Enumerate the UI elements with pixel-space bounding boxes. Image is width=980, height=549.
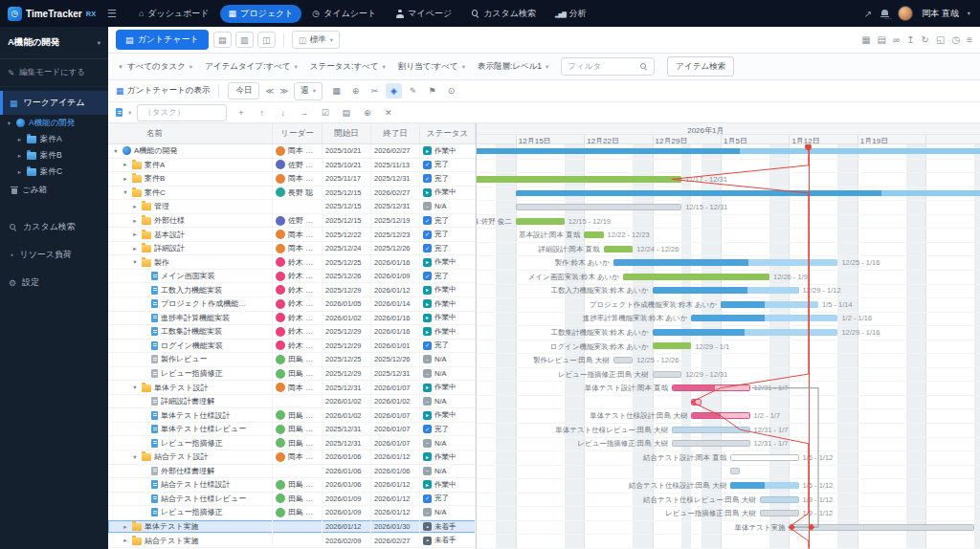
clock-icon[interactable]: ◷ <box>951 34 960 45</box>
start-date-cell[interactable]: 2025/12/29 <box>323 367 371 381</box>
table-row[interactable]: レビュー指摘修正田島 大樹2026/01/092026/01/12−N/A <box>108 506 476 520</box>
end-date-cell[interactable]: 2026/02/27 <box>371 144 420 158</box>
start-date-cell[interactable]: 2025/12/15 <box>323 187 371 200</box>
status-cell[interactable]: ▸作業中 <box>420 325 476 339</box>
list-view-button[interactable]: ▤ <box>213 32 232 48</box>
gantt-bar[interactable] <box>613 259 838 266</box>
expand-icon[interactable]: ▸ <box>122 175 129 183</box>
gantt-bar[interactable] <box>760 510 799 516</box>
table-row[interactable]: ▾A機能の開発岡本 直哉2025/10/212026/02/27▸作業中 <box>108 144 476 159</box>
gantt-bar[interactable] <box>477 148 980 154</box>
status-cell[interactable]: ✓完了 <box>420 214 476 228</box>
status-cell[interactable]: ▸作業中 <box>420 187 476 200</box>
frame-icon[interactable]: ◱ <box>936 34 945 45</box>
table-row[interactable]: ▾単体テスト設計岡本 直哉2025/12/312026/01/07▸作業中 <box>108 381 476 395</box>
end-date-cell[interactable]: 2026/01/01 <box>371 340 420 353</box>
gantt-bar[interactable] <box>730 454 798 461</box>
up-icon[interactable]: ↑ <box>254 105 270 120</box>
user-avatar[interactable] <box>898 6 913 21</box>
expand-icon[interactable]: ▸ <box>16 168 23 176</box>
expand-icon[interactable]: ▸ <box>122 161 129 168</box>
table-row[interactable]: ▸案件A佐野 俊二2025/10/212025/11/13✓完了 <box>108 159 476 173</box>
sidebar-tree-item[interactable]: ▾A機能の開発 <box>0 115 108 131</box>
nav-item[interactable]: ◷タイムシート <box>303 5 385 23</box>
start-date-cell[interactable]: 2025/12/25 <box>323 353 371 366</box>
collapse-icon[interactable]: ▾ <box>112 147 120 155</box>
table-row[interactable]: ▾結合テスト設計岡本 直哉2026/01/062026/01/12▸作業中 <box>108 450 476 465</box>
gantt-bar[interactable] <box>584 231 603 238</box>
status-cell[interactable]: ✓完了 <box>420 493 476 506</box>
gantt-bar[interactable] <box>653 329 838 336</box>
chevron-down-icon[interactable]: ▾ <box>968 10 970 17</box>
chevron-down-icon[interactable]: ▾ <box>128 109 131 117</box>
table-row[interactable]: プロジェクト作成機能…鈴木 あ…2026/01/052026/01/14▸作業中 <box>108 297 476 312</box>
end-date-cell[interactable]: 2026/01/14 <box>371 297 420 311</box>
end-date-cell[interactable]: 2026/01/16 <box>371 312 420 325</box>
nav-item[interactable]: ▦プロジェクト <box>220 5 302 23</box>
table-row[interactable]: ▸基本設計岡本 直哉2025/12/222025/12/23✓完了 <box>108 228 476 242</box>
gantt-bar[interactable] <box>604 246 634 253</box>
start-date-cell[interactable]: 2025/12/31 <box>323 381 371 394</box>
collapse-icon[interactable]: ▾ <box>122 188 129 196</box>
sidebar-tree-item[interactable]: ▸案件A <box>0 131 108 147</box>
start-date-cell[interactable]: 2025/12/31 <box>323 436 371 450</box>
filter-chip[interactable]: 割り当て:すべて▾ <box>398 61 465 73</box>
start-date-cell[interactable]: 2026/01/12 <box>323 520 371 534</box>
indent-icon[interactable]: → <box>296 105 312 120</box>
gantt-bar[interactable] <box>672 440 750 447</box>
bell-icon[interactable] <box>880 9 889 18</box>
gantt-bar[interactable] <box>516 190 980 196</box>
status-cell[interactable]: ✓完了 <box>420 172 476 186</box>
filter-input[interactable]: フィルタ <box>561 57 655 76</box>
table-row[interactable]: ▸単体テスト実施2026/01/122026/01/30▪未着手 <box>108 520 476 535</box>
end-date-cell[interactable]: 2025/12/26 <box>371 353 420 366</box>
start-date-cell[interactable]: 2025/12/15 <box>323 200 371 213</box>
status-cell[interactable]: ✓完了 <box>420 423 476 436</box>
table-row[interactable]: 結合テスト仕様レビュー田島 大樹2026/01/092026/01/12✓完了 <box>108 493 476 507</box>
end-date-cell[interactable]: 2026/01/12 <box>371 506 420 519</box>
diamond-icon[interactable]: ◈ <box>386 83 402 99</box>
column-header[interactable]: 開始日 <box>323 123 371 143</box>
status-cell[interactable]: ▸作業中 <box>420 408 476 422</box>
gantt-bar[interactable] <box>672 384 750 391</box>
nav-item[interactable]: ⌂ダッシュボード <box>130 5 218 23</box>
flag-icon[interactable]: ⚑ <box>424 83 440 99</box>
gantt-bar[interactable] <box>623 274 769 280</box>
table-row[interactable]: 外部仕様書理解2026/01/062026/01/06−N/A <box>108 465 476 479</box>
start-date-cell[interactable]: 2025/11/17 <box>323 172 371 186</box>
zoom-icon[interactable]: ⊕ <box>359 105 375 120</box>
gantt-bar[interactable] <box>691 412 749 419</box>
gantt-bar[interactable] <box>653 287 799 294</box>
end-date-cell[interactable]: 2026/01/07 <box>371 381 420 394</box>
end-date-cell[interactable]: 2026/01/09 <box>371 270 420 283</box>
start-date-cell[interactable]: 2025/12/29 <box>323 283 371 296</box>
status-cell[interactable]: ✓完了 <box>420 228 476 241</box>
status-cell[interactable]: ▸作業中 <box>420 450 476 464</box>
end-date-cell[interactable]: 2026/01/02 <box>371 395 420 408</box>
filter-chip[interactable]: アイテムタイプ:すべて▾ <box>205 61 298 73</box>
scissors-icon[interactable]: ✂ <box>367 83 383 99</box>
start-date-cell[interactable]: 2025/12/25 <box>323 255 371 269</box>
filter-chip[interactable]: ステータス:すべて▾ <box>310 61 386 73</box>
sidebar-item-workitem[interactable]: ▦ ワークアイテム <box>0 91 108 115</box>
expand-icon[interactable]: ▸ <box>122 537 129 544</box>
gantt-bar[interactable] <box>789 524 974 531</box>
item-search-button[interactable]: アイテム検索 <box>667 56 734 77</box>
status-cell[interactable]: −N/A <box>420 506 476 519</box>
status-cell[interactable]: ✓完了 <box>420 270 476 283</box>
status-cell[interactable]: −N/A <box>420 395 476 408</box>
start-date-cell[interactable]: 2025/12/22 <box>323 228 371 241</box>
grid-icon[interactable]: ▦ <box>328 83 345 99</box>
table-row[interactable]: 進捗率計算機能実装鈴木 あ…2026/01/022026/01/16▸作業中 <box>108 312 476 326</box>
status-cell[interactable]: ✓完了 <box>420 340 476 353</box>
list-icon[interactable]: ▤ <box>338 105 354 120</box>
end-date-cell[interactable]: 2026/01/12 <box>371 283 420 296</box>
end-date-cell[interactable]: 2026/01/12 <box>371 478 420 492</box>
table-row[interactable]: ▾製作鈴木 あ…2025/12/252026/01/16▸作業中 <box>108 255 476 270</box>
start-date-cell[interactable]: 2026/01/02 <box>323 395 371 408</box>
sidebar-item[interactable]: ◔リソース負荷 <box>0 241 108 269</box>
column-header[interactable]: 名前 <box>108 123 273 143</box>
column-header[interactable]: ステータス <box>420 123 476 143</box>
sidebar-project-selector[interactable]: A機能の開発 ▾ <box>0 27 108 59</box>
start-date-cell[interactable]: 2026/01/06 <box>323 478 371 492</box>
